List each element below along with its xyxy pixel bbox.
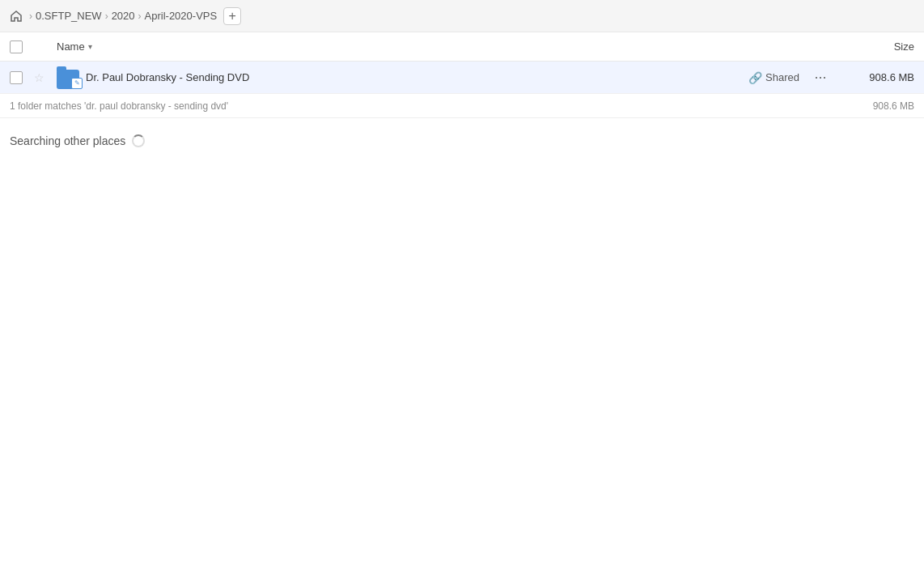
more-icon: ··· [814,69,826,86]
breadcrumb-item-3[interactable]: April-2020-VPS [145,10,218,22]
row-folder-icon: ✎ [57,66,86,89]
breadcrumb-item-2[interactable]: 2020 [112,10,135,22]
file-shared-badge[interactable]: 🔗 Shared [748,71,799,84]
breadcrumb-sep-2: › [105,11,108,22]
file-name: Dr. Paul Dobransky - Sending DVD [86,71,748,83]
name-column-label: Name [57,40,85,53]
breadcrumb-bar: › 0.SFTP_NEW › 2020 › April-2020-VPS + [0,0,924,32]
status-bar: 1 folder matches 'dr. paul dobransky - s… [0,94,924,118]
breadcrumb-sep-3: › [138,11,142,22]
row-star[interactable]: ☆ [34,71,57,84]
searching-spinner [132,134,145,147]
name-sort-icon: ▾ [88,42,92,51]
searching-label: Searching other places [10,134,125,147]
folder-icon-wrapper: ✎ [57,66,79,89]
match-status-size: 908.6 MB [873,100,914,112]
name-column-header[interactable]: Name ▾ [57,40,817,53]
breadcrumb-add-button[interactable]: + [223,7,241,25]
link-icon: 🔗 [748,71,762,84]
size-column-header: Size [817,40,914,53]
breadcrumb-sep-1: › [29,11,32,22]
breadcrumb-item-1[interactable]: 0.SFTP_NEW [36,10,102,22]
star-icon: ☆ [34,71,45,84]
file-row[interactable]: ☆ ✎ Dr. Paul Dobransky - Sending DVD 🔗 S… [0,62,924,94]
row-checkbox[interactable] [10,71,34,84]
searching-section: Searching other places [0,118,924,164]
breadcrumb-home[interactable] [10,10,23,23]
column-header: Name ▾ Size [0,32,924,62]
shared-label: Shared [765,71,799,83]
folder-edit-badge: ✎ [71,78,83,89]
more-options-button[interactable]: ··· [809,69,832,86]
select-all-checkbox[interactable] [10,40,34,53]
file-size: 908.6 MB [841,71,914,83]
match-status-text: 1 folder matches 'dr. paul dobransky - s… [10,100,228,112]
